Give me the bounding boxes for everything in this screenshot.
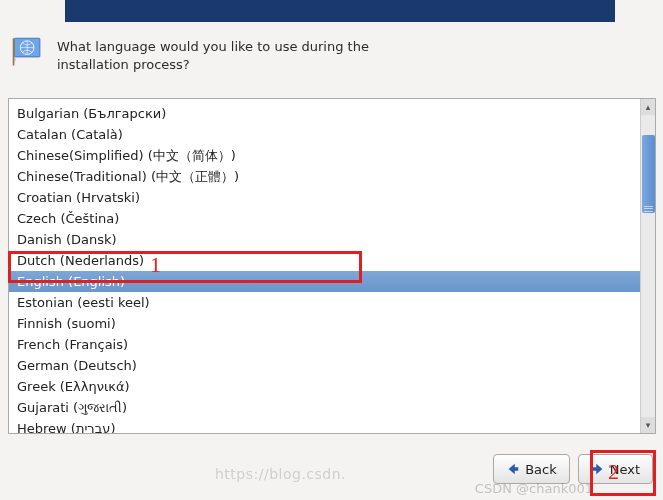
back-button-label: Back: [525, 462, 557, 477]
scroll-thumb[interactable]: [642, 135, 655, 213]
watermark-text-1: https://blog.csdn.: [215, 466, 346, 482]
next-button[interactable]: Next: [578, 454, 653, 484]
button-bar: Back Next: [493, 454, 653, 484]
language-item[interactable]: Chinese(Traditional) (中文（正體）): [9, 166, 640, 187]
language-item[interactable]: Croatian (Hrvatski): [9, 187, 640, 208]
language-item[interactable]: Estonian (eesti keel): [9, 292, 640, 313]
globe-flag-icon: [11, 36, 45, 66]
svg-rect-2: [13, 38, 15, 65]
language-item[interactable]: Dutch (Nederlands): [9, 250, 640, 271]
language-item[interactable]: Danish (Dansk): [9, 229, 640, 250]
language-list-frame: Bulgarian (Български)Catalan (Català)Chi…: [8, 98, 656, 434]
scroll-up-arrow[interactable]: ▴: [641, 99, 655, 115]
scroll-down-arrow[interactable]: ▾: [641, 417, 655, 433]
language-item[interactable]: German (Deutsch): [9, 355, 640, 376]
language-item[interactable]: Greek (Ελληνικά): [9, 376, 640, 397]
language-item[interactable]: Chinese(Simplified) (中文（简体）): [9, 145, 640, 166]
back-button[interactable]: Back: [493, 454, 570, 484]
back-arrow-icon: [506, 462, 520, 476]
next-arrow-icon: [591, 462, 605, 476]
install-question-text: What language would you like to use duri…: [57, 36, 397, 73]
next-button-label: Next: [610, 462, 640, 477]
language-item[interactable]: Finnish (suomi): [9, 313, 640, 334]
vertical-scrollbar[interactable]: ▴ ▾: [640, 99, 655, 433]
language-item[interactable]: Catalan (Català): [9, 124, 640, 145]
header: What language would you like to use duri…: [11, 36, 397, 73]
language-item[interactable]: Hebrew (עברית): [9, 418, 640, 433]
language-item[interactable]: Czech (Čeština): [9, 208, 640, 229]
language-item[interactable]: Gujarati (ગુજરાતી): [9, 397, 640, 418]
language-item[interactable]: Bulgarian (Български): [9, 103, 640, 124]
language-list[interactable]: Bulgarian (Български)Catalan (Català)Chi…: [9, 99, 640, 433]
language-item[interactable]: English (English): [9, 271, 640, 292]
language-item[interactable]: French (Français): [9, 334, 640, 355]
top-banner: [65, 0, 615, 22]
